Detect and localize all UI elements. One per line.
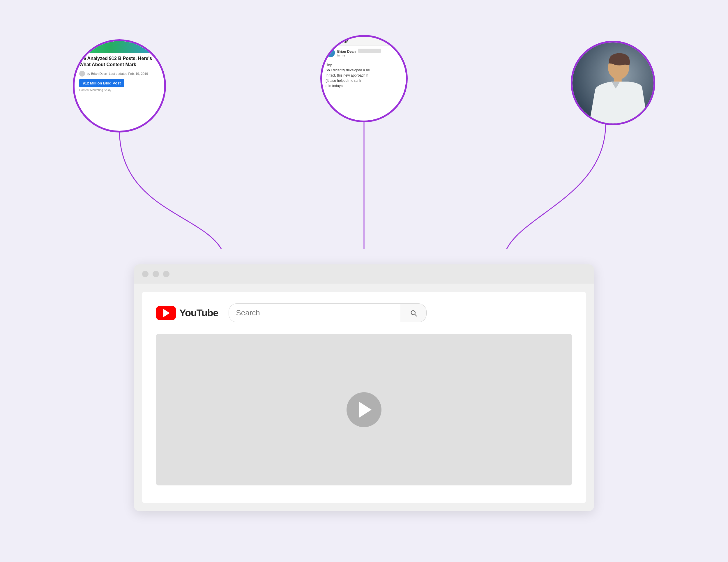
youtube-icon [156, 306, 176, 320]
email-line-1: Hey, [326, 62, 402, 68]
youtube-play-icon [163, 309, 170, 317]
browser-titlebar [134, 264, 594, 284]
person-card [572, 43, 653, 123]
youtube-search-input[interactable] [229, 303, 400, 322]
window-dot-1 [142, 271, 149, 277]
email-circle: SEO Strategy Brian Dean to me Hey, So I … [320, 35, 408, 122]
main-scene: LINKO We Analyzed 912 B Posts. Here's Wh… [44, 33, 684, 529]
blog-content: We Analyzed 912 B Posts. Here's What Abo… [75, 53, 164, 95]
email-line-3: In fact, this new approach h [326, 73, 402, 78]
email-from: Brian Dean [337, 49, 381, 54]
youtube-logo: YouTube [156, 306, 218, 320]
youtube-search-button[interactable] [400, 303, 427, 322]
blog-title: We Analyzed 912 B Posts. Here's What Abo… [79, 56, 160, 68]
video-placeholder [156, 334, 572, 485]
email-subject: SEO Strategy [322, 37, 406, 46]
person-circle [571, 41, 655, 125]
email-line-2: So I recently developed a ne [326, 68, 402, 73]
youtube-header: YouTube [156, 303, 572, 322]
blog-logo: LINKO [79, 45, 96, 50]
blog-cta: 912 Million Blog Post [79, 79, 124, 87]
email-avatar [326, 48, 335, 57]
email-from-block: Brian Dean to me [337, 49, 381, 57]
email-line-4: (It also helped me rank [326, 78, 402, 83]
play-triangle-icon [359, 402, 372, 418]
search-icon [409, 309, 418, 317]
youtube-search-bar [229, 303, 427, 322]
blog-header: LINKO [75, 41, 164, 53]
email-line-5: d in today's [326, 83, 402, 89]
blog-circle: LINKO We Analyzed 912 B Posts. Here's Wh… [73, 39, 166, 132]
person-svg [572, 43, 653, 123]
blog-card: LINKO We Analyzed 912 B Posts. Here's Wh… [75, 41, 164, 131]
play-button[interactable] [347, 392, 381, 427]
email-blurred [358, 49, 381, 53]
blog-date: Last updated Feb. 19, 2019 [109, 72, 148, 75]
blog-author-row: by Brian Dean Last updated Feb. 19, 2019 [79, 71, 160, 77]
email-header: Brian Dean to me [322, 46, 406, 60]
email-to: to me [337, 54, 381, 57]
email-card: SEO Strategy Brian Dean to me Hey, So I … [322, 37, 406, 121]
blog-subtitle: Content Marketing Study [79, 89, 160, 92]
window-dot-3 [163, 271, 169, 277]
window-dot-2 [153, 271, 159, 277]
blog-author: by Brian Dean [87, 72, 107, 75]
youtube-wordmark: YouTube [179, 307, 218, 319]
browser-content: YouTube [142, 292, 586, 503]
browser-window: YouTube [134, 264, 594, 511]
email-body: Hey, So I recently developed a ne In fac… [322, 60, 406, 91]
author-avatar [79, 71, 85, 77]
